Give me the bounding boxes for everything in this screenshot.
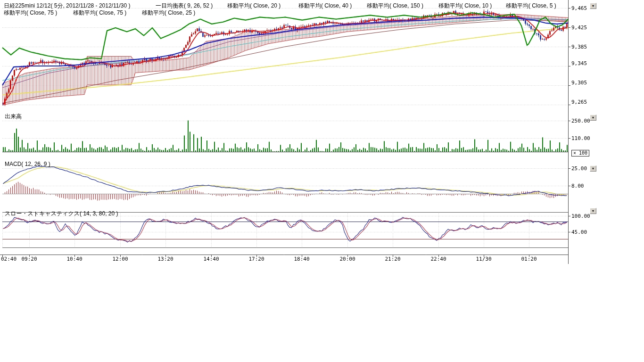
chart-plot-area[interactable] [0, 0, 644, 362]
volume-unit-badge: × 100 [571, 150, 589, 156]
time-axis-label: 12:00 [111, 256, 130, 262]
legend-ma-close-5[interactable]: 移動平均( Close, 5 ) [506, 2, 556, 10]
price-axis-tick: 9,425 [571, 25, 587, 31]
stochastics-panel-label[interactable]: スロー・ストキャスティクス( 14, 3, 80, 20 ) [5, 210, 118, 218]
legend-ma-close-10[interactable]: 移動平均( Close, 10 ) [438, 2, 492, 10]
price-axis-tick: 9,305 [571, 80, 587, 86]
legend-ma-close-150[interactable]: 移動平均( Close, 150 ) [367, 2, 423, 10]
collapse-button-stochastics[interactable]: ▼ [590, 208, 596, 214]
time-axis-label: 11/30 [474, 256, 493, 262]
time-axis-label: 21:20 [383, 256, 402, 262]
time-axis-label: 09:20 [20, 256, 39, 262]
price-axis-tick: 9,265 [571, 99, 587, 105]
time-axis-label: 22:40 [429, 256, 448, 262]
volume-axis-tick: 250.00 [571, 118, 590, 124]
time-axis-label: 20:00 [338, 256, 357, 262]
price-axis-tick: 9,345 [571, 60, 587, 66]
price-axis-tick: 9,385 [571, 44, 587, 50]
macd-panel-label[interactable]: MACD( 12, 26, 9 ) [5, 161, 50, 167]
macd-axis-tick: 25.00 [571, 165, 587, 172]
collapse-button-macd[interactable]: ▼ [590, 165, 596, 172]
collapse-button-volume[interactable]: ▼ [590, 115, 596, 121]
legend-ma-close-40[interactable]: 移動平均( Close, 40 ) [298, 2, 352, 10]
collapse-button-price[interactable]: ▼ [590, 3, 596, 9]
volume-axis-tick: 110.00 [571, 135, 590, 141]
macd-axis-tick: 8.00 [571, 183, 584, 189]
stochastics-axis-tick: 45.00 [571, 229, 587, 235]
stochastics-axis-tick: 100.00 [571, 213, 590, 219]
legend-ma-close-75-b[interactable]: 移動平均( Close, 75 ) [73, 9, 126, 17]
price-axis-tick: 9,465 [571, 5, 587, 11]
volume-panel-label: 出来高 [5, 113, 22, 121]
legend-ma-close-20[interactable]: 移動平均( Close, 20 ) [227, 2, 281, 10]
chart-window: { "header": { "row1": [ "日経225mini 12/12… [0, 0, 644, 362]
time-axis-label: 13:20 [156, 256, 175, 262]
time-axis-label: 18:40 [292, 256, 311, 262]
time-axis-label: 17:20 [247, 256, 266, 262]
legend-ma-close-25[interactable]: 移動平均( Close, 25 ) [142, 9, 195, 17]
time-axis-label: 01:20 [520, 256, 538, 262]
time-axis-label: 02:40 [1, 256, 18, 262]
time-axis-label: 14:40 [202, 256, 221, 262]
legend-ma-close-75-a[interactable]: 移動平均( Close, 75 ) [4, 9, 57, 17]
time-axis-label: 10:40 [65, 256, 84, 262]
